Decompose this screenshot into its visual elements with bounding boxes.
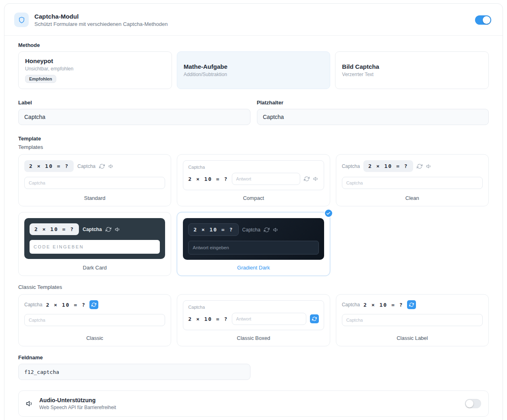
audio-support-row: Audio-Unterstützung Web Speech API für B… <box>18 390 489 417</box>
reload-button <box>407 300 416 309</box>
captcha-answer-preview: Antwort <box>232 173 300 185</box>
speaker-icon <box>108 163 114 169</box>
template-card-clean[interactable]: Captcha 2 × 10 = ? Captcha Clean <box>336 154 489 206</box>
audio-speaker-icon <box>26 400 34 407</box>
captcha-answer-preview: Antwort <box>232 313 306 325</box>
reload-icon <box>417 163 422 169</box>
math-question: 2 × 10 = ? <box>46 302 86 308</box>
feldname-input[interactable] <box>18 364 250 380</box>
template-card-dark-card[interactable]: 2 × 10 = ? Captcha CODE EINGEBEN Dark Ca… <box>18 212 171 276</box>
captcha-answer-preview: Captcha <box>342 314 483 326</box>
template-card-classic-label[interactable]: Captcha 2 × 10 = ? Captcha Classic Label <box>336 294 489 346</box>
templates-grid: 2 × 10 = ? Captcha Captcha Standard Capt… <box>18 154 489 276</box>
reload-icon <box>106 227 111 232</box>
math-question: 2 × 10 = ? <box>363 302 403 308</box>
speaker-icon <box>115 227 121 232</box>
template-card-classic[interactable]: Captcha 2 × 10 = ? Captcha Classic <box>18 294 171 346</box>
math-question: 2 × 10 = ? <box>30 223 79 235</box>
methode-label: Methode <box>18 42 489 48</box>
feldname-field-label: Feldname <box>18 354 489 361</box>
module-header: Captcha-Modul Schützt Formulare mit vers… <box>4 4 503 36</box>
method-options: Honeypot Unsichtbar, empfohlen Empfohlen… <box>18 51 489 89</box>
method-card-bild-captcha[interactable]: Bild Captcha Verzerrter Text <box>335 51 489 89</box>
reload-icon <box>304 176 310 182</box>
toggle-knob <box>483 16 490 24</box>
math-question: 2 × 10 = ? <box>188 223 238 236</box>
captcha-module-card: Captcha-Modul Schützt Formulare mit vers… <box>4 3 503 420</box>
reload-icon <box>99 163 105 169</box>
math-question: 2 × 10 = ? <box>188 316 228 322</box>
captcha-answer-preview: Captcha <box>24 314 165 326</box>
method-card-honeypot[interactable]: Honeypot Unsichtbar, empfohlen Empfohlen <box>18 51 172 89</box>
shield-icon <box>14 13 29 27</box>
reload-button <box>310 314 319 323</box>
classic-templates-grid: Captcha 2 × 10 = ? Captcha Classic Captc… <box>18 294 489 346</box>
speaker-icon <box>273 227 279 233</box>
template-card-standard[interactable]: 2 × 10 = ? Captcha Captcha Standard <box>18 154 171 206</box>
speaker-icon <box>426 163 432 169</box>
math-question: 2 × 10 = ? <box>24 160 74 172</box>
classic-templates-group-label: Classic Templates <box>18 284 489 290</box>
reload-icon <box>264 227 269 233</box>
template-card-classic-boxed[interactable]: Captcha 2 × 10 = ? Antwort Classic Boxed <box>177 294 330 346</box>
label-field-label: Label <box>18 100 250 106</box>
template-card-gradient-dark[interactable]: 2 × 10 = ? Captcha Antwort eingeben Grad… <box>177 212 330 276</box>
module-enabled-toggle[interactable] <box>475 15 491 25</box>
page-subtitle: Schützt Formulare mit verschiedenen Capt… <box>34 21 168 27</box>
captcha-answer-preview: Captcha <box>24 177 165 189</box>
math-question: 2 × 10 = ? <box>188 176 228 182</box>
toggle-knob <box>466 400 473 407</box>
captcha-answer-preview: Antwort eingeben <box>188 241 318 255</box>
check-icon <box>324 209 333 218</box>
audio-support-toggle[interactable] <box>465 399 481 408</box>
page-title: Captcha-Modul <box>34 13 168 20</box>
platzhalter-input[interactable] <box>257 109 489 125</box>
label-input[interactable] <box>18 109 250 125</box>
template-section-label: Template <box>18 136 489 142</box>
captcha-answer-preview: Captcha <box>342 177 483 189</box>
platzhalter-field-label: Platzhalter <box>257 100 489 106</box>
recommended-badge: Empfohlen <box>25 75 56 83</box>
template-card-compact[interactable]: Captcha 2 × 10 = ? Antwort Compact <box>177 154 330 206</box>
method-card-mathe-aufgabe[interactable]: Mathe-Aufgabe Addition/Subtraktion <box>177 51 331 89</box>
math-question: 2 × 10 = ? <box>363 160 413 172</box>
templates-group-label: Templates <box>18 144 489 150</box>
speaker-icon <box>313 176 319 182</box>
captcha-answer-preview: CODE EINGEBEN <box>30 240 160 254</box>
reload-button <box>89 300 98 309</box>
